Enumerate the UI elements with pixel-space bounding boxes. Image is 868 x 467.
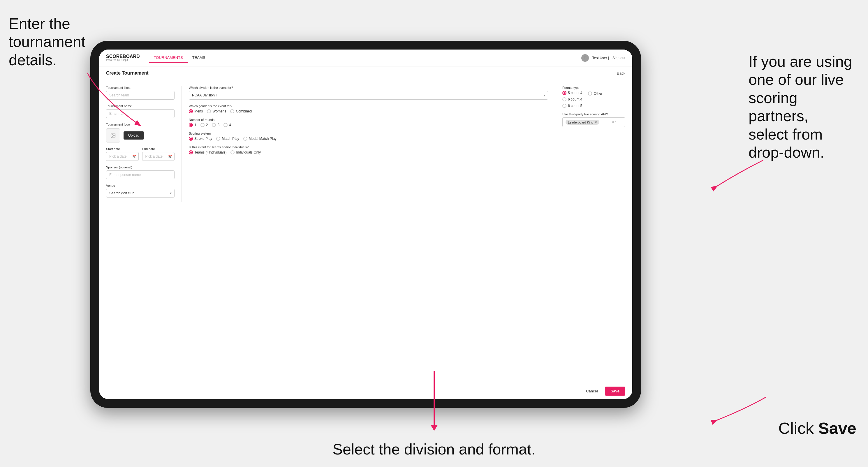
scoring-stroke-item[interactable]: Stroke Play (189, 137, 212, 141)
sign-out-link[interactable]: Sign out (613, 56, 625, 60)
format-other-radio[interactable] (588, 91, 592, 96)
venue-group: Venue Search golf club ▼ (106, 184, 175, 197)
format-6count4-label: 6 count 4 (568, 97, 582, 101)
scoring-medal-label: Medal Match Play (249, 137, 277, 141)
live-scoring-tag-text: Leaderboard King (568, 121, 593, 124)
event-type-label: Is this event for Teams and/or Individua… (189, 145, 548, 149)
gender-combined-item[interactable]: Combined (230, 109, 252, 113)
main-content: Tournament Host Tournament name Tourname… (99, 80, 632, 383)
arrow-bottom-center-line (434, 371, 435, 429)
scoring-match-radio[interactable] (216, 137, 220, 141)
tablet-frame: SCOREBOARD Powered by Clippit TOURNAMENT… (90, 41, 641, 408)
rounds-2-radio[interactable] (200, 123, 205, 127)
rounds-4-item[interactable]: 4 (223, 123, 231, 127)
format-6count4-item[interactable]: 6 count 4 (562, 97, 582, 101)
arrow-top-right (711, 154, 769, 192)
image-icon (110, 132, 116, 138)
gender-womens-label: Womens (212, 109, 226, 113)
start-date-label: Start date (106, 147, 139, 151)
live-scoring-group: Use third-party live scoring API? Leader… (562, 113, 625, 127)
gender-mens-radio[interactable] (189, 109, 193, 113)
scoring-label: Scoring system (189, 132, 548, 135)
gender-radio-group: Mens Womens Combined (189, 109, 548, 113)
user-label: Test User | (592, 56, 609, 60)
sponsor-group: Sponsor (optional) (106, 165, 175, 179)
scoring-medal-item[interactable]: Medal Match Play (243, 137, 277, 141)
rounds-1-item[interactable]: 1 (189, 123, 196, 127)
format-other-item[interactable]: Other (588, 91, 602, 96)
division-group: Which division is the event for? NCAA Di… (189, 86, 548, 100)
scoring-radio-group: Stroke Play Match Play Medal Match Play (189, 137, 548, 141)
gender-mens-label: Mens (194, 109, 203, 113)
sponsor-input[interactable] (106, 170, 175, 179)
format-radio-group: 5 count 4 6 count 4 6 count 5 (562, 91, 582, 108)
arrow-bottom-center-head (431, 425, 438, 432)
cancel-button[interactable]: Cancel (583, 386, 601, 396)
rounds-3-item[interactable]: 3 (212, 123, 219, 127)
format-6count5-item[interactable]: 6 count 5 (562, 104, 582, 108)
event-type-radio-group: Teams (+Individuals) Individuals Only (189, 150, 548, 154)
page-header: Create Tournament ‹ Back (99, 66, 632, 80)
gender-womens-radio[interactable] (207, 109, 211, 113)
back-link[interactable]: ‹ Back (615, 71, 625, 75)
format-5count4-radio[interactable] (562, 91, 566, 95)
live-scoring-tag-close[interactable]: ✕ (594, 120, 597, 124)
end-date-group: End date 📅 (142, 147, 175, 161)
annotation-bottom-center: Select the division and format. (333, 440, 535, 458)
gender-mens-item[interactable]: Mens (189, 109, 203, 113)
col-right: Format type 5 count 4 6 count 4 (555, 86, 625, 202)
rounds-group: Number of rounds 1 2 (189, 118, 548, 127)
format-type-label: Format type (562, 86, 625, 89)
nav-links: TOURNAMENTS TEAMS (149, 53, 210, 63)
start-date-input[interactable] (106, 152, 139, 161)
gender-combined-radio[interactable] (230, 109, 234, 113)
form-footer: Cancel Save (99, 383, 632, 399)
scoring-match-label: Match Play (222, 137, 239, 141)
scoring-stroke-radio[interactable] (189, 137, 193, 141)
division-select[interactable]: NCAA Division I (189, 91, 548, 100)
rounds-3-label: 3 (217, 123, 219, 127)
event-teams-radio[interactable] (189, 150, 193, 154)
brand-logo: SCOREBOARD Powered by Clippit (106, 54, 140, 61)
live-scoring-tag: Leaderboard King ✕ (565, 120, 599, 125)
rounds-3-radio[interactable] (212, 123, 216, 127)
venue-select[interactable]: Search golf club (106, 189, 175, 197)
rounds-4-radio[interactable] (223, 123, 227, 127)
annotation-top-left: Enter thetournamentdetails. (9, 14, 90, 69)
end-date-wrapper: 📅 (142, 152, 175, 161)
sponsor-label: Sponsor (optional) (106, 165, 175, 169)
scoring-stroke-label: Stroke Play (194, 137, 212, 141)
scoring-medal-radio[interactable] (243, 137, 247, 141)
event-teams-label: Teams (+Individuals) (194, 150, 226, 154)
start-date-wrapper: 📅 (106, 152, 139, 161)
event-individuals-radio[interactable] (230, 150, 235, 154)
event-type-group: Is this event for Teams and/or Individua… (189, 145, 548, 154)
gender-combined-label: Combined (236, 109, 252, 113)
user-avatar: T (581, 54, 589, 62)
event-individuals-item[interactable]: Individuals Only (230, 150, 261, 154)
format-5count4-item[interactable]: 5 count 4 (562, 91, 582, 95)
gender-group: Which gender is the event for? Mens Wome… (189, 104, 548, 113)
format-other-label: Other (593, 91, 602, 96)
event-teams-item[interactable]: Teams (+Individuals) (189, 150, 226, 154)
gender-label: Which gender is the event for? (189, 104, 548, 108)
venue-label: Venue (106, 184, 175, 187)
app-navbar: SCOREBOARD Powered by Clippit TOURNAMENT… (99, 50, 632, 66)
format-6count4-radio[interactable] (562, 97, 566, 101)
arrow-top-left (82, 67, 152, 131)
rounds-2-item[interactable]: 2 (200, 123, 208, 127)
end-date-input[interactable] (142, 152, 175, 161)
format-6count5-radio[interactable] (562, 104, 566, 108)
upload-button[interactable]: Upload (124, 131, 144, 139)
brand-name: SCOREBOARD (106, 54, 140, 59)
nav-teams[interactable]: TEAMS (188, 53, 210, 63)
gender-womens-item[interactable]: Womens (207, 109, 226, 113)
live-scoring-select[interactable]: Leaderboard King ✕ × ÷ (562, 117, 625, 127)
rounds-1-radio[interactable] (189, 123, 193, 127)
scoring-match-item[interactable]: Match Play (216, 137, 239, 141)
save-button[interactable]: Save (605, 386, 625, 396)
nav-tournaments[interactable]: TOURNAMENTS (149, 53, 188, 63)
arrow-bottom-right (711, 388, 769, 426)
live-scoring-controls: × ÷ (612, 121, 616, 124)
annotation-top-right: If you are usingone of our livescoring p… (748, 53, 859, 161)
